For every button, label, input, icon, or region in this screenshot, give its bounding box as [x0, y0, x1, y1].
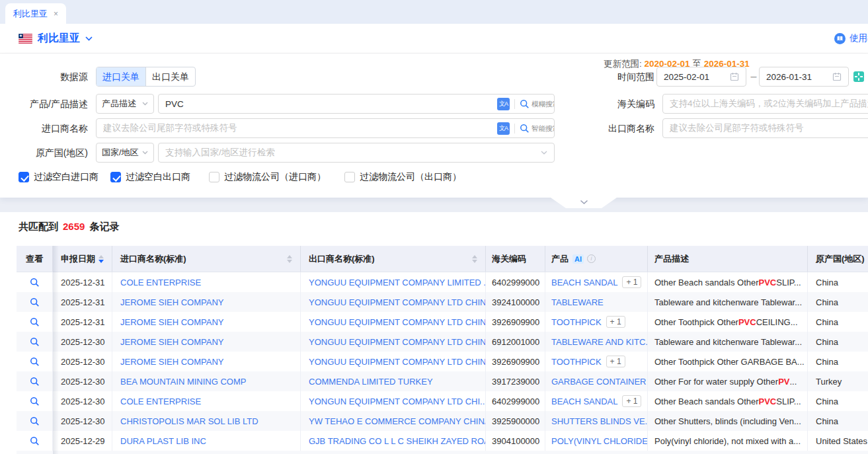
- view-record-icon[interactable]: [30, 416, 40, 426]
- translate-icon[interactable]: 文A: [497, 98, 510, 110]
- smart-search-button[interactable]: 智能搜索: [520, 124, 547, 133]
- view-record-icon[interactable]: [30, 317, 40, 327]
- fuzzy-search-label: 模糊搜索: [532, 100, 547, 108]
- product-select-value: 产品描述: [102, 98, 136, 110]
- import-customs-tab[interactable]: 进口关单: [97, 67, 145, 86]
- collapse-arrows-icon[interactable]: [853, 71, 864, 82]
- sort-icon[interactable]: [287, 255, 292, 263]
- filter-checkbox[interactable]: 过滤空白进口商: [19, 171, 99, 183]
- exporter-cell: YONGUN EQUIPMENT COMPANY LTD CHI...: [301, 391, 486, 411]
- date-to-input[interactable]: 2026-01-31: [759, 67, 849, 87]
- exporter-link[interactable]: YONGUN EQUIPMENT COMPANY LTD CHI...: [309, 397, 486, 406]
- exporter-link[interactable]: YONGUU EQUIPMENT COMPANY LTD CHIN...: [309, 337, 486, 347]
- page-header: ★ 利比里亚 使用教程: [0, 24, 868, 54]
- filter-checkbox[interactable]: 过滤物流公司（出口商）: [344, 171, 461, 183]
- importer-input[interactable]: 建议去除公司尾部字符或特殊符号 文A 智能搜索: [96, 118, 555, 138]
- product-link[interactable]: SHUTTERS BLINDS VE...: [551, 416, 648, 426]
- export-customs-tab[interactable]: 出口关单: [145, 67, 195, 86]
- result-count: 2659: [63, 221, 85, 232]
- product-input[interactable]: PVC 文A 模糊搜索: [158, 94, 555, 114]
- product-link[interactable]: POLY(VINYL CHLORIDE): [551, 436, 648, 446]
- hs-code-cell: 3924100000: [486, 292, 545, 312]
- importer-link[interactable]: JEROME SIEH COMPANY: [120, 317, 224, 327]
- importer-link[interactable]: JEROME SIEH COMPANY: [120, 337, 224, 347]
- product-link[interactable]: TOOTHPICK: [551, 317, 602, 327]
- exporter-link[interactable]: YONGUU EQUIPMENT COMPANY LTD CHIN...: [309, 357, 486, 367]
- checkbox-checked-icon[interactable]: [110, 172, 121, 182]
- filter-checkbox[interactable]: 过滤空白出口商: [110, 171, 190, 183]
- importer-link[interactable]: BEA MOUNTAIN MINING COMP: [120, 377, 246, 387]
- header-importer[interactable]: 进口商名称(标准): [112, 246, 301, 272]
- view-record-icon[interactable]: [30, 357, 40, 367]
- header-declare-date[interactable]: 申报日期: [53, 246, 112, 272]
- sort-icon[interactable]: [99, 255, 104, 263]
- country-selector[interactable]: ★ 利比里亚: [19, 32, 93, 46]
- hs-code-input[interactable]: 支持4位以上海关编码，或2位海关编码加上产品描述、企业: [662, 94, 868, 114]
- exporter-cell: COMMENDA LIMITED TURKEY: [301, 371, 486, 391]
- importer-link[interactable]: JEROME SIEH COMPANY: [120, 357, 224, 367]
- help-link[interactable]: 使用教程: [834, 32, 868, 44]
- product-cell: TABLEWARE AND KITC...: [545, 332, 648, 352]
- origin-cell: China: [808, 391, 868, 411]
- origin-country-label: 原产国(地区): [0, 143, 88, 163]
- hs-code-cell: 3926909900: [486, 312, 545, 332]
- importer-link[interactable]: COLE ENTERPRISE: [120, 278, 201, 287]
- origin-country-input[interactable]: 支持输入国家/地区进行检索: [158, 143, 555, 163]
- product-link[interactable]: BEACH SANDAL: [551, 397, 617, 406]
- checkbox-unchecked-icon[interactable]: [344, 172, 355, 182]
- declare-date-cell: 2025-12-30: [53, 371, 112, 391]
- table-body: 2025-12-31COLE ENTERPRISEYONGUU EQUIPMEN…: [17, 272, 868, 451]
- desc-text: Other Beach sandals Other: [654, 278, 759, 287]
- checkbox-unchecked-icon[interactable]: [209, 172, 219, 182]
- date-from-input[interactable]: 2025-02-01: [656, 67, 746, 87]
- view-record-icon[interactable]: [30, 397, 40, 406]
- exporter-link[interactable]: YONGUU EQUIPMENT COMPANY LTD CHIN...: [309, 297, 486, 307]
- more-products-tag[interactable]: + 1: [606, 356, 625, 367]
- exporter-link[interactable]: YONGUU EQUIPMENT COMPANY LIMITED ...: [309, 278, 486, 287]
- translate-icon[interactable]: 文A: [497, 122, 510, 135]
- filter-checkbox[interactable]: 过滤物流公司（进口商）: [209, 171, 326, 183]
- view-record-icon[interactable]: [30, 377, 40, 387]
- fuzzy-search-button[interactable]: 模糊搜索: [520, 99, 547, 109]
- sort-icon[interactable]: [472, 255, 477, 263]
- product-field-select[interactable]: 产品描述: [96, 94, 154, 114]
- table-header: 查看 申报日期 进口商名称(标准) 出口商名称(标准) 海关编码 产品 AI i…: [17, 246, 868, 272]
- tab-liberia[interactable]: 利比里亚 ×: [5, 3, 66, 24]
- view-record-icon[interactable]: [30, 278, 40, 287]
- view-record-icon[interactable]: [30, 297, 40, 307]
- product-link[interactable]: BEACH SANDAL: [551, 278, 617, 287]
- header-exporter[interactable]: 出口商名称(标准): [301, 246, 486, 272]
- collapse-panel-handle[interactable]: [551, 198, 617, 208]
- view-record-icon[interactable]: [30, 436, 40, 446]
- product-link[interactable]: TOOTHPICK: [551, 357, 602, 367]
- importer-link[interactable]: DURA PLAST LIB INC: [120, 436, 206, 446]
- exporter-link[interactable]: YW TEHAO E COMMERCE COMPANY CHINA: [309, 416, 486, 426]
- exporter-link[interactable]: GJB TRADING CO L L C SHEIKH ZAYED ROA...: [309, 436, 486, 446]
- close-icon[interactable]: ×: [54, 9, 58, 19]
- more-products-tag[interactable]: + 1: [622, 395, 641, 407]
- exporter-input[interactable]: 建议去除公司尾部字符或特殊符号: [662, 118, 868, 138]
- product-link[interactable]: GARBAGE CONTAINER: [551, 377, 647, 387]
- origin-type-select[interactable]: 国家/地区: [96, 143, 154, 163]
- declare-date-cell: 2025-12-30: [53, 332, 112, 352]
- exporter-link[interactable]: YONGUU EQUIPMENT COMPANY LTD CHIN...: [309, 317, 486, 327]
- date-from-value: 2025-02-01: [664, 72, 709, 82]
- chevron-down-icon: [580, 200, 588, 205]
- manual-book-icon: [834, 33, 846, 44]
- desc-text: Tableware and kitchenware Tablewar...: [654, 297, 802, 307]
- info-icon[interactable]: i: [587, 254, 596, 263]
- more-products-tag[interactable]: + 1: [622, 276, 641, 288]
- importer-link[interactable]: COLE ENTERPRISE: [120, 397, 201, 406]
- checkbox-checked-icon[interactable]: [19, 172, 29, 182]
- svg-text:★: ★: [19, 34, 22, 38]
- importer-link[interactable]: JEROME SIEH COMPANY: [120, 297, 224, 307]
- product-desc-cell: Other Beach sandals Other PVC SLIP...: [648, 391, 808, 411]
- keyword-highlight: PVC: [738, 317, 756, 327]
- importer-link[interactable]: CHRISTOPOLIS MAR SOL LIB LTD: [120, 416, 258, 426]
- product-link[interactable]: TABLEWARE AND KITC...: [551, 337, 648, 347]
- exporter-link[interactable]: COMMENDA LIMITED TURKEY: [309, 377, 433, 387]
- view-record-icon[interactable]: [30, 337, 40, 347]
- product-link[interactable]: TABLEWARE: [551, 297, 604, 307]
- tab-title: 利比里亚: [13, 8, 48, 20]
- more-products-tag[interactable]: + 1: [606, 316, 625, 328]
